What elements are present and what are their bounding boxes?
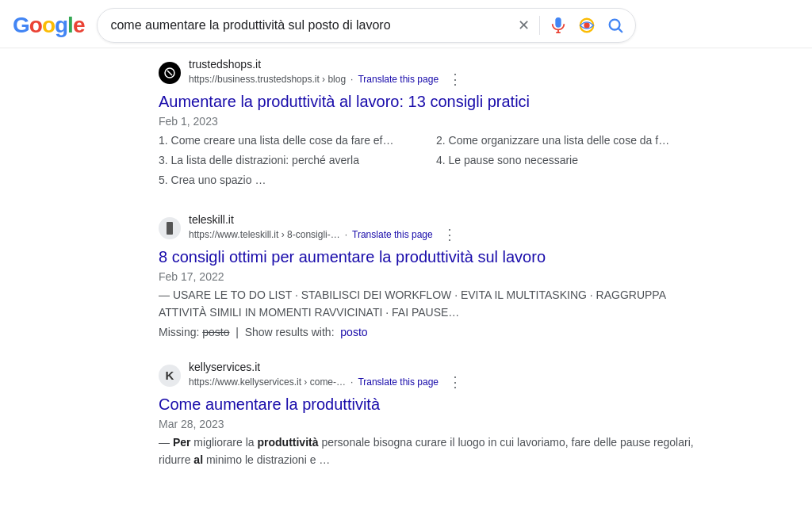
divider: [539, 16, 540, 35]
more-options-2[interactable]: ⋮: [439, 226, 460, 243]
result-item-3: K kellyservices.it https://www.kellyserv…: [159, 361, 698, 468]
favicon-3: K: [159, 365, 181, 387]
source-info-1: trustedshops.it https://business.trusted…: [189, 58, 465, 88]
logo-g: G: [13, 13, 29, 37]
clear-search-button[interactable]: ✕: [516, 15, 531, 36]
result-snippet-3: — Per migliorare la produttività persona…: [159, 434, 698, 468]
translate-link-2[interactable]: Translate this page: [352, 229, 433, 240]
search-icons: ✕: [516, 15, 626, 36]
search-input[interactable]: [110, 18, 510, 32]
svg-line-3: [619, 29, 622, 32]
logo-l: l: [67, 13, 73, 37]
snippet-item-1-2: 2. Come organizzare una lista delle cose…: [436, 131, 698, 151]
logo-g2: g: [55, 13, 67, 37]
google-search-button[interactable]: [605, 15, 626, 36]
result-title-3[interactable]: Come aumentare la produttività: [159, 394, 698, 415]
translate-link-1[interactable]: Translate this page: [358, 74, 439, 85]
result-source-1: trustedshops.it https://business.trusted…: [159, 58, 698, 88]
source-url-row-1: https://business.trustedshops.it › blog …: [189, 71, 465, 88]
missing-label: Missing:: [159, 326, 199, 338]
result-item-1: trustedshops.it https://business.trusted…: [159, 58, 698, 191]
source-name-2: teleskill.it: [189, 213, 460, 226]
source-name-3: kellyservices.it: [189, 361, 465, 373]
logo-e: e: [73, 13, 85, 37]
source-info-3: kellyservices.it https://www.kellyservic…: [189, 361, 465, 391]
translate-link-3[interactable]: Translate this page: [358, 376, 439, 388]
header: Google ✕: [0, 0, 812, 48]
google-logo: Google: [13, 13, 84, 38]
more-options-1[interactable]: ⋮: [445, 71, 465, 88]
lens-search-button[interactable]: [576, 15, 597, 36]
source-url-1: https://business.trustedshops.it › blog: [189, 74, 346, 85]
source-url-3: https://www.kellyservices.it › come-…: [189, 376, 346, 388]
source-info-2: teleskill.it https://www.teleskill.it › …: [189, 213, 460, 243]
favicon-1: [159, 62, 181, 84]
result-title-2[interactable]: 8 consigli ottimi per aumentare la produ…: [159, 246, 698, 267]
missing-row-2: Missing: posto | Show results with: post…: [159, 326, 698, 338]
result-item-2: teleskill.it https://www.teleskill.it › …: [159, 213, 698, 338]
svg-point-1: [584, 22, 590, 28]
source-url-row-3: https://www.kellyservices.it › come-… · …: [189, 373, 465, 391]
show-results-text: Show results with:: [245, 326, 335, 338]
result-source-3: K kellyservices.it https://www.kellyserv…: [159, 361, 698, 391]
logo-o1: o: [29, 13, 42, 37]
result-source-2: teleskill.it https://www.teleskill.it › …: [159, 213, 698, 243]
voice-search-button[interactable]: [548, 15, 569, 36]
result-date-1: Feb 1, 2023: [159, 115, 698, 128]
result-snippet-2: — USARE LE TO DO LIST · STABILISCI DEI W…: [159, 286, 698, 321]
result-date-2: Feb 17, 2022: [159, 270, 698, 283]
snippet-item-1-5: 5. Crea uno spazio …: [159, 170, 420, 190]
favicon-2: [159, 217, 181, 239]
more-options-3[interactable]: ⋮: [445, 373, 465, 391]
result-title-1[interactable]: Aumentare la produttività al lavoro: 13 …: [159, 91, 698, 112]
posto-link[interactable]: posto: [340, 326, 367, 338]
snippet-item-1-4: 4. Le pause sono necessarie: [436, 151, 698, 170]
source-name-1: trustedshops.it: [189, 58, 465, 71]
search-results: trustedshops.it https://business.trusted…: [0, 48, 812, 500]
logo-o2: o: [42, 13, 55, 37]
snippet-item-1-1: 1. Come creare una lista delle cose da f…: [159, 131, 420, 151]
svg-line-5: [167, 71, 172, 75]
snippet-item-1-3: 3. La lista delle distrazioni: perché av…: [159, 151, 420, 170]
result-date-3: Mar 28, 2023: [159, 418, 698, 430]
source-url-row-2: https://www.teleskill.it › 8-consigli-… …: [189, 226, 460, 243]
snippet-list-1: 1. Come creare una lista delle cose da f…: [159, 131, 698, 191]
missing-word: posto: [202, 326, 229, 338]
search-bar: ✕: [97, 8, 636, 43]
source-url-2: https://www.teleskill.it › 8-consigli-…: [189, 229, 340, 240]
svg-rect-6: [167, 222, 173, 235]
